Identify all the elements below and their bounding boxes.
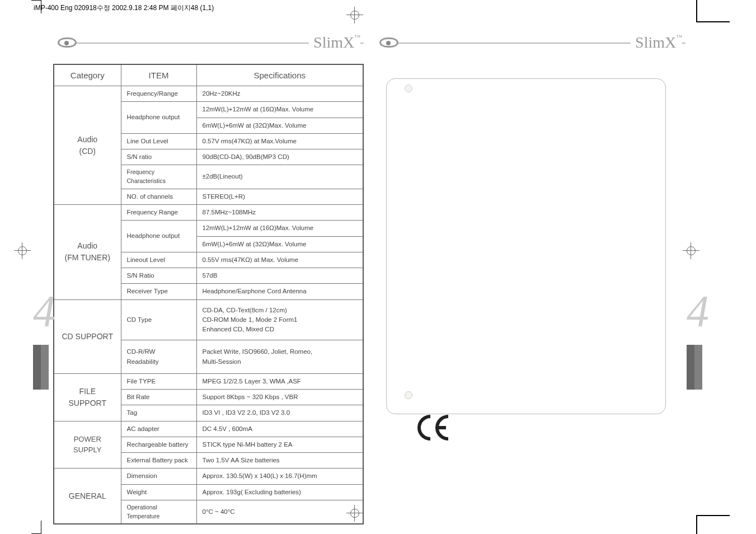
brand-row: SlimX™: [53, 35, 364, 51]
spec-table: Category ITEM Specifications Audio (CD) …: [53, 64, 364, 524]
item-cell: Dimension: [121, 469, 196, 484]
cat-file-support: FILE SUPPORT: [54, 373, 121, 421]
spec-cell: STICK type Ni-MH battery 2 EA: [196, 437, 363, 452]
table-row: FILE SUPPORT File TYPE MPEG 1/2/2.5 Laye…: [54, 373, 363, 389]
page-right: SlimX™ 4: [375, 35, 685, 499]
binder-hole-icon: [405, 85, 412, 92]
item-cell: S/N Ratio: [121, 268, 196, 284]
spec-cell: ±2dB(Lineout): [196, 165, 363, 189]
item-cell: Frequency Characteristics: [121, 165, 196, 189]
spec-cell: Two 1.5V AA Size batteries: [196, 453, 363, 469]
registration-mark: [346, 7, 363, 24]
spec-cell: 90dB(CD-DA), 90dB(MP3 CD): [196, 149, 363, 165]
item-cell: Frequency/Range: [121, 86, 196, 102]
chapter-number: 4: [687, 296, 706, 327]
brand-eye-icon: [58, 38, 77, 48]
item-cell: Tag: [121, 405, 196, 421]
spec-cell: Headphone/Earphone Cord Antenna: [196, 284, 363, 299]
spec-cell: ID3 VI , ID3 V2 2.0, ID3 V2 3.0: [196, 405, 363, 421]
item-cell: CD Type: [121, 299, 196, 340]
item-cell: Headphone output: [121, 102, 196, 134]
col-category: Category: [54, 64, 121, 86]
brand-eye-icon: [379, 38, 398, 48]
side-tab-left: 4: [33, 296, 52, 407]
spec-cell: DC 4.5V , 600mA: [196, 421, 363, 437]
cat-audio-cd: Audio (CD): [54, 86, 121, 205]
crop-mark: [696, 21, 730, 55]
side-tab-right: 4: [687, 296, 706, 407]
chapter-number: 4: [33, 296, 52, 327]
table-row: GENERAL Dimension Approx. 130.5(W) x 140…: [54, 469, 363, 484]
item-cell: CD-R/RW Readability: [121, 340, 196, 374]
table-header-row: Category ITEM Specifications: [54, 64, 363, 86]
item-cell: NO. of channels: [121, 189, 196, 204]
crop-mark: [31, 0, 41, 1]
brand-logo: SlimX™: [309, 34, 360, 51]
spec-cell: 0.57V rms(47KΩ) at Max.Volume: [196, 133, 363, 149]
table-row: POWER SUPPLY AC adapter DC 4.5V , 600mA: [54, 421, 363, 437]
spec-cell: Support 8Kbps ~ 320 Kbps , VBR: [196, 390, 363, 405]
spec-cell: STEREO(L+R): [196, 189, 363, 204]
doc-header: iMP-400 Eng 020918수정 2002.9.18 2:48 PM 페…: [34, 3, 214, 13]
item-cell: Weight: [121, 484, 196, 500]
item-cell: External Battery pack: [121, 453, 196, 469]
item-cell: File TYPE: [121, 373, 196, 389]
cat-power: POWER SUPPLY: [54, 421, 121, 469]
spec-cell: Approx. 130.5(W) x 140(L) x 16.7(H)mm: [196, 469, 363, 484]
content-frame: [386, 78, 666, 414]
spec-cell: Packet Write, ISO9660, Joliet, Romeo, Mu…: [196, 340, 363, 374]
item-cell: Line Out Level: [121, 133, 196, 149]
spec-cell: 6mW(L)+6mW at (32Ω)Max. Volume: [196, 236, 363, 252]
item-cell: S/N ratio: [121, 149, 196, 165]
side-tab-bar: [33, 345, 49, 390]
spec-cell: CD-DA, CD-Text(8cm / 12cm) CD-ROM Mode 1…: [196, 299, 363, 340]
table-row: CD SUPPORT CD Type CD-DA, CD-Text(8cm / …: [54, 299, 363, 340]
spec-cell: 87.5MHz~108MHz: [196, 205, 363, 221]
item-cell: Rechargeable battery: [121, 437, 196, 452]
table-row: Audio (CD) Frequency/Range 20Hz~20KHz: [54, 86, 363, 102]
side-tab-bar: [687, 345, 702, 390]
spec-cell: 12mW(L)+12mW at (16Ω)Max. Volume: [196, 221, 363, 236]
item-cell: Lineout Level: [121, 252, 196, 268]
crop-mark: [41, 521, 41, 534]
item-cell: AC adapter: [121, 421, 196, 437]
ce-mark-icon: [415, 414, 454, 448]
col-item: ITEM: [121, 64, 196, 86]
item-cell: Bit Rate: [121, 390, 196, 405]
cat-general: GENERAL: [54, 469, 121, 524]
brand-logo: SlimX™: [631, 34, 682, 51]
spec-cell: 12mW(L)+12mW at (16Ω)Max. Volume: [196, 102, 363, 118]
spec-cell: MPEG 1/2/2.5 Layer 3, WMA ,ASF: [196, 373, 363, 389]
spec-cell: Approx. 193g( Excluding batteries): [196, 484, 363, 500]
spec-cell: 6mW(L)+6mW at (32Ω)Max. Volume: [196, 118, 363, 133]
page-left: SlimX™ Category ITEM Specifications Audi…: [53, 35, 364, 499]
item-cell: Frequency Range: [121, 205, 196, 221]
cat-cd-support: CD SUPPORT: [54, 299, 121, 373]
cat-audio-fm: Audio (FM TUNER): [54, 205, 121, 300]
item-cell: Operational Temperature: [121, 500, 196, 524]
table-row: Audio (FM TUNER) Frequency Range 87.5MHz…: [54, 205, 363, 221]
item-cell: Receiver Type: [121, 284, 196, 299]
spec-cell: 0.55V rms(47KΩ) at Max. Volume: [196, 252, 363, 268]
item-cell: Headphone output: [121, 221, 196, 252]
spec-cell: 0°C ~ 40°C: [196, 500, 363, 524]
col-spec: Specifications: [196, 64, 363, 86]
brand-row: SlimX™: [375, 35, 685, 51]
registration-mark: [14, 242, 31, 259]
spec-cell: 20Hz~20KHz: [196, 86, 363, 102]
binder-hole-icon: [405, 391, 412, 399]
spec-cell: 57dB: [196, 268, 363, 284]
